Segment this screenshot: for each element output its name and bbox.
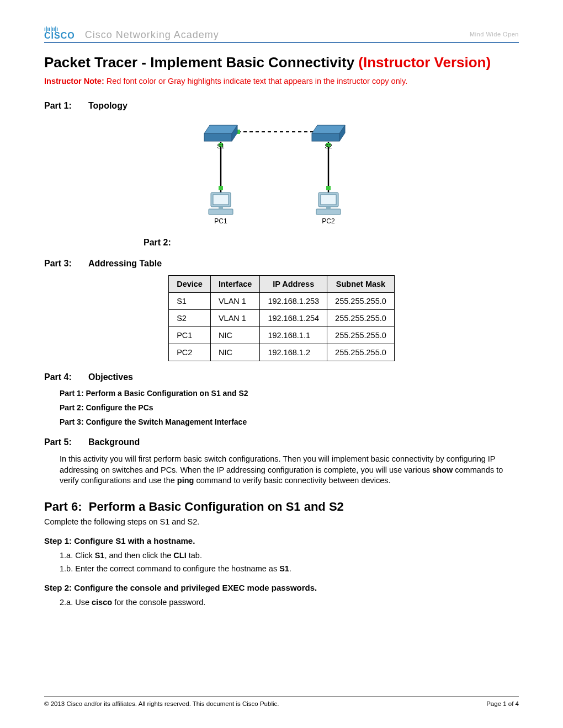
background-paragraph: In this activity you will first perform … [60, 454, 519, 486]
cell-device: PC1 [169, 327, 211, 344]
step-text: . [289, 564, 291, 573]
cell-device: S2 [169, 310, 211, 327]
switch-s1-icon [204, 125, 237, 141]
step-text: for the console password. [112, 598, 205, 607]
cell-interface: VLAN 1 [210, 310, 259, 327]
step-item: 1.b. Enter the correct command to config… [60, 564, 519, 573]
table-row: S2 VLAN 1 192.168.1.254 255.255.255.0 [169, 310, 395, 327]
switch-s2-label: S2 [325, 143, 332, 149]
bg-bold: ping [177, 476, 194, 485]
cell-mask: 255.255.255.0 [327, 344, 395, 361]
academy-title: Cisco Networking Academy [85, 29, 219, 41]
part5-heading: Part 5: Background [44, 437, 519, 447]
title-main: Packet Tracer - Implement Basic Connecti… [44, 54, 358, 71]
svg-rect-10 [204, 133, 232, 141]
step-text: 1.a. Click [60, 551, 95, 560]
instructor-note-label: Instructor Note: [44, 77, 104, 85]
cisco-logo-text: CISCO [44, 31, 75, 40]
step-text: tab. [187, 551, 202, 560]
step-text: 2.a. Use [60, 598, 92, 607]
instructor-note-text: Red font color or Gray highlights indica… [104, 77, 407, 85]
svg-rect-8 [326, 186, 331, 190]
page-header: ı|ıı|ıı|ı CISCO Cisco Networking Academy… [44, 28, 519, 43]
part4-label: Part 4: [44, 372, 88, 382]
th-device: Device [169, 276, 211, 293]
objectives-list: Part 1: Perform a Basic Configuration on… [60, 389, 519, 426]
addressing-table: Device Interface IP Address Subnet Mask … [168, 275, 395, 361]
svg-rect-20 [321, 195, 336, 205]
cisco-logo: ı|ıı|ıı|ı CISCO [44, 28, 75, 41]
switch-s2-icon [312, 125, 345, 141]
th-interface: Interface [210, 276, 259, 293]
pc2-label: PC2 [322, 217, 335, 225]
topology-svg: S1 S2 PC1 PC2 [199, 120, 364, 230]
part6-heading: Part 6: Perform a Basic Configuration on… [44, 500, 519, 514]
footer-page: Page 1 of 4 [486, 700, 519, 707]
part5-label: Part 5: [44, 437, 88, 447]
svg-rect-16 [213, 195, 229, 205]
part6-text: Perform a Basic Configuration on S1 and … [89, 500, 344, 513]
part3-heading: Part 3: Addressing Table [44, 259, 519, 269]
cell-ip: 192.168.1.2 [260, 344, 327, 361]
footer-copyright: © 2013 Cisco and/or its affiliates. All … [44, 700, 279, 707]
part1-heading: Part 1: Topology [44, 101, 519, 111]
th-ip: IP Address [260, 276, 327, 293]
table-row: PC2 NIC 192.168.1.2 255.255.255.0 [169, 344, 395, 361]
bg-bold: show [432, 465, 453, 474]
pc1-label: PC1 [214, 217, 227, 225]
step1-items: 1.a. Click S1, and then click the CLI ta… [60, 551, 519, 573]
part3-label: Part 3: [44, 259, 88, 269]
th-mask: Subnet Mask [327, 276, 395, 293]
pc1-icon [209, 192, 233, 215]
topology-diagram: S1 S2 PC1 PC2 [44, 120, 519, 230]
part1-label: Part 1: [44, 101, 88, 111]
cell-mask: 255.255.255.0 [327, 293, 395, 310]
step-text: 1.b. Enter the correct command to config… [60, 564, 279, 573]
bg-text: In this activity you will first perform … [60, 454, 495, 474]
step-bold: CLI [173, 551, 186, 560]
step-bold: cisco [92, 598, 112, 607]
svg-rect-6 [219, 186, 223, 190]
title-instructor-tag: (Instructor Version) [358, 54, 491, 71]
svg-rect-21 [316, 209, 341, 215]
instructor-note: Instructor Note: Red font color or Gray … [44, 77, 519, 85]
pc2-icon [316, 192, 341, 215]
svg-rect-13 [312, 133, 339, 141]
part3-text: Addressing Table [88, 259, 162, 269]
part5-text: Background [88, 437, 140, 447]
step-bold: S1 [279, 564, 289, 573]
cell-ip: 192.168.1.1 [260, 327, 327, 344]
tagline: Mind Wide Open [470, 31, 519, 38]
cell-ip: 192.168.1.254 [260, 310, 327, 327]
svg-rect-17 [209, 209, 233, 215]
cell-interface: NIC [210, 327, 259, 344]
objective-item: Part 1: Perform a Basic Configuration on… [60, 389, 519, 398]
table-row: S1 VLAN 1 192.168.1.253 255.255.255.0 [169, 293, 395, 310]
objective-item: Part 3: Configure the Switch Management … [60, 417, 519, 426]
bg-text: command to verify basic connectivity bet… [194, 476, 390, 485]
step-bold: S1 [95, 551, 105, 560]
step1-heading: Step 1: Configure S1 with a hostname. [44, 536, 519, 545]
cell-device: PC2 [169, 344, 211, 361]
part4-text: Objectives [88, 372, 133, 382]
part2-label: Part 2: [144, 238, 171, 247]
step2-heading: Step 2: Configure the console and privil… [44, 583, 519, 592]
table-header-row: Device Interface IP Address Subnet Mask [169, 276, 395, 293]
switch-s1-label: S1 [217, 143, 224, 149]
part1-text: Topology [88, 101, 128, 111]
cell-mask: 255.255.255.0 [327, 327, 395, 344]
svg-rect-22 [326, 207, 331, 210]
cell-ip: 192.168.1.253 [260, 293, 327, 310]
step-item: 2.a. Use cisco for the console password. [60, 598, 519, 607]
cell-interface: VLAN 1 [210, 293, 259, 310]
part6-label: Part 6: [44, 500, 82, 513]
part2-heading: Part 2: [144, 238, 519, 248]
cell-interface: NIC [210, 344, 259, 361]
objective-item: Part 2: Configure the PCs [60, 403, 519, 412]
cell-mask: 255.255.255.0 [327, 310, 395, 327]
part6-subtext: Complete the following steps on S1 and S… [44, 517, 519, 526]
step-item: 1.a. Click S1, and then click the CLI ta… [60, 551, 519, 560]
step2-items: 2.a. Use cisco for the console password. [60, 598, 519, 607]
page-title: Packet Tracer - Implement Basic Connecti… [44, 54, 519, 71]
part4-heading: Part 4: Objectives [44, 372, 519, 382]
